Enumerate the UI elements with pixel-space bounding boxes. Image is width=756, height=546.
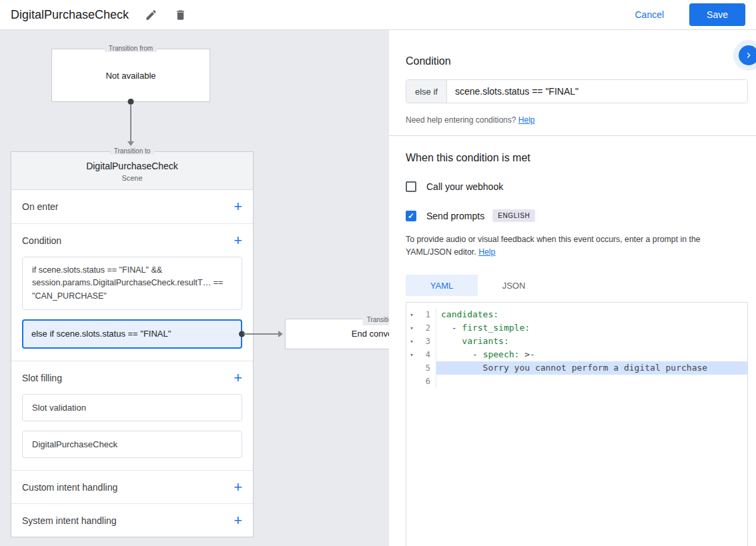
code-plain: Sorry you cannot perform a digital purch… [441,363,707,373]
add-condition-button[interactable]: + [234,233,242,248]
scene-type: Scene [11,174,253,182]
code-line[interactable]: - speech: >- [436,348,747,361]
scene-card: Transition to DigitalPurchaseCheck Scene… [11,151,254,537]
add-on-enter-button[interactable]: + [234,199,242,214]
transition-from-label: Transition from [105,45,157,52]
code-key: variants: [462,336,508,346]
add-slot-button[interactable]: + [234,371,242,385]
condition-expression-row: else if [406,79,748,103]
panel-heading: Condition [406,55,748,67]
on-enter-label: On enter [22,201,58,212]
save-button[interactable]: Save [689,3,745,26]
condition-item[interactable]: if scene.slots.status == "FINAL" && sess… [22,257,242,310]
section-condition[interactable]: Condition + [11,223,253,257]
prompt-help-link[interactable]: Help [478,247,495,257]
editor-format-tabs: YAML JSON [406,275,748,296]
fold-toggle-icon[interactable]: ▾ [406,321,417,335]
slot-item[interactable]: Slot validation [22,394,242,421]
scene-diagram-panel: Transition from Not available Transition… [0,30,389,546]
code-line[interactable]: - first_simple: [436,321,747,335]
line-number: 6 [417,375,436,388]
fold-toggle-icon [406,361,417,375]
code-key: speech: [483,349,520,359]
section-slot-filling[interactable]: Slot filling + [11,361,253,394]
line-number: 3 [417,335,436,348]
connector-line [244,333,281,335]
line-number: 2 [417,321,436,335]
page-title: DigitalPurchaseCheck [11,8,129,22]
trash-icon [174,9,187,21]
fold-toggle-icon[interactable]: ▾ [406,308,417,321]
condition-item-selected[interactable]: else if scene.slots.status == "FINAL" Tr… [22,319,242,349]
send-prompts-row: ✓ Send prompts ENGLISH [406,209,748,222]
top-bar: DigitalPurchaseCheck Cancel Save [0,0,756,30]
condition-expression-input[interactable] [447,80,747,103]
editor-line: ▾ 1 candidates: [406,308,747,321]
tab-yaml[interactable]: YAML [406,275,478,296]
editor-line: 6 [406,375,747,388]
send-prompts-checkbox[interactable]: ✓ [406,211,416,221]
tab-json[interactable]: JSON [478,275,550,296]
webhook-row: Call your webhook [406,181,748,192]
pencil-icon [145,9,157,21]
end-node-label: Transition to [363,315,389,325]
collapse-panel-button[interactable] [739,45,756,65]
arrow-right-icon [278,331,283,337]
condition-editor-panel: Condition else if Need help entering con… [389,30,756,546]
conditions-help-text: Need help entering conditions? Help [406,115,748,125]
code-line[interactable] [436,375,747,388]
main-area: Transition from Not available Transition… [0,30,756,546]
editor-line-highlighted: 5 Sorry you cannot perform a digital pur… [406,361,747,375]
hint-body: To provide audio or visual feedback when… [406,235,701,257]
language-badge: ENGLISH [492,209,535,222]
code-key: first_simple: [462,323,530,333]
end-conversation-node[interactable]: Transition to End conversation [285,319,389,349]
editor-line: ▾ 4 - speech: >- [406,348,747,361]
scene-card-header: DigitalPurchaseCheck Scene [11,152,253,190]
add-custom-intent-button[interactable]: + [234,480,242,495]
fold-toggle-icon[interactable]: ▾ [406,348,417,361]
slot-filling-label: Slot filling [22,373,62,383]
code-plain: - [441,323,462,333]
fold-toggle-icon[interactable]: ▾ [406,335,417,348]
code-line[interactable]: variants: [436,335,747,348]
add-system-intent-button[interactable]: + [234,513,242,528]
transition-to-label: Transition to [110,147,155,155]
yaml-code-editor[interactable]: ▾ 1 candidates: ▾ 2 - first_simple: ▾ 3 … [406,302,748,546]
line-number: 5 [417,361,436,375]
condition-section-label: Condition [22,235,61,246]
line-number: 1 [417,308,436,321]
condition-list: if scene.slots.status == "FINAL" && sess… [11,257,253,361]
send-prompts-label: Send prompts [426,211,484,221]
code-line[interactable]: candidates: [436,308,747,321]
system-intent-label: System intent handling [22,515,117,526]
edit-title-button[interactable] [143,7,158,22]
webhook-label: Call your webhook [426,181,503,192]
arrow-down-icon [127,141,134,146]
cancel-button[interactable]: Cancel [631,9,668,21]
conditions-help-link[interactable]: Help [518,115,535,125]
section-on-enter[interactable]: On enter + [11,190,253,223]
delete-scene-button[interactable] [173,7,187,22]
section-custom-intent[interactable]: Custom intent handling + [11,470,253,503]
editor-line: ▾ 3 variants: [406,335,747,348]
line-number: 4 [417,348,436,361]
slot-list: Slot validation DigitalPurchaseCheck [11,394,253,470]
transition-from-content: Not available [105,71,155,81]
check-icon: ✓ [408,212,414,220]
chevron-right-icon [743,50,754,61]
condition-item-text: else if scene.slots.status == "FINAL" [31,329,171,339]
code-key: candidates: [441,309,498,319]
code-line[interactable]: Sorry you cannot perform a digital purch… [436,361,747,375]
webhook-checkbox[interactable] [406,181,416,192]
end-node-content: End conversation [352,327,389,341]
section-system-intent[interactable]: System intent handling + [11,503,253,537]
section-divider [389,135,756,136]
scene-name: DigitalPurchaseCheck [11,161,253,171]
transition-from-node[interactable]: Transition from Not available [51,49,210,102]
connector-line [130,104,131,143]
code-plain: >- [519,349,534,359]
slot-item[interactable]: DigitalPurchaseCheck [22,431,242,458]
code-plain [441,336,462,346]
editor-line: ▾ 2 - first_simple: [406,321,747,335]
